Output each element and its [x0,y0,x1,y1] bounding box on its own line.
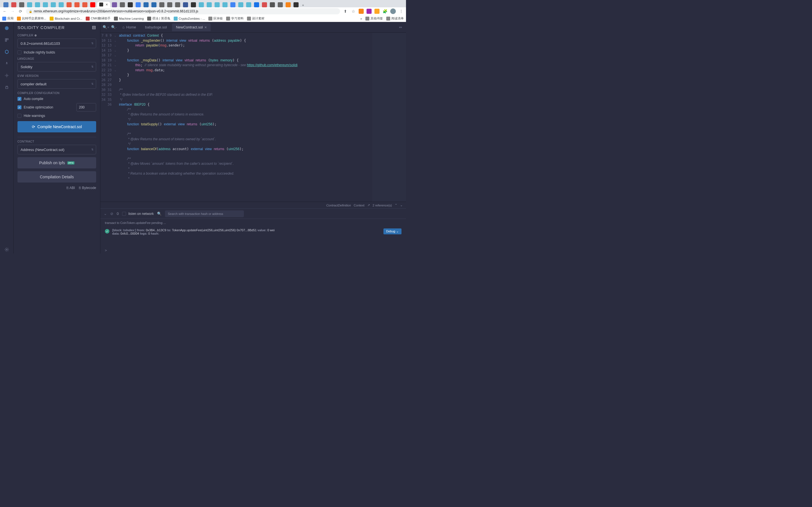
tab-favicon[interactable] [90,2,95,7]
minimap[interactable] [372,33,406,202]
menu-icon[interactable]: ⋮ [399,9,404,14]
bookmark-overflow[interactable]: » [360,17,362,20]
search-icon[interactable]: 🔍 [157,212,161,216]
publish-ipfs-button[interactable]: Publish on Ipfs IPFS [17,157,96,168]
debug-button[interactable]: Debug ⌄ [384,228,402,234]
star-icon[interactable]: ☆ [351,9,356,14]
bookmark-folder[interactable]: 设计素材 [247,16,264,20]
tab-favicon[interactable] [144,2,149,7]
hide-warnings-checkbox[interactable]: Hide warnings [17,114,96,118]
forward-button[interactable]: → [10,9,15,14]
tab-favicon[interactable] [294,2,299,7]
tab-favicon[interactable] [246,2,251,7]
settings-icon[interactable] [3,245,11,253]
tab-favicon[interactable] [128,2,133,7]
copy-abi-button[interactable]: ⎘ ABI [66,186,75,190]
extension-icon[interactable] [374,9,379,14]
new-tab-button[interactable]: + [302,3,304,7]
copy-bytecode-button[interactable]: ⎘ Bytecode [79,186,96,190]
bookmark-item[interactable]: 语法 | 英语兔 [147,16,170,20]
debugger-icon[interactable] [3,71,11,79]
expand-icon[interactable]: ⇔ [397,24,404,31]
tab-favicon[interactable] [151,2,156,7]
remix-logo-icon[interactable] [3,24,11,32]
listen-network-checkbox[interactable]: listen on network [122,212,154,216]
auto-compile-checkbox[interactable]: ✓ Auto compile [17,97,96,101]
tab-favicon[interactable] [231,2,236,7]
tab-favicon[interactable] [159,2,164,7]
tab-favicon[interactable] [270,2,275,7]
collapse-icon[interactable]: ⌄ [104,212,107,216]
extensions-icon[interactable]: 🧩 [382,9,388,14]
profile-avatar[interactable] [390,8,396,14]
tab-favicon[interactable] [120,2,125,7]
close-tab-icon[interactable]: × [204,25,207,30]
contract-select[interactable]: Address (NewContract.sol) [17,145,96,154]
tab-favicon[interactable] [27,2,32,7]
tab-favicon[interactable] [254,2,259,7]
plugin-icon[interactable] [3,83,11,91]
tab-favicon[interactable] [207,2,212,7]
zoom-out-icon[interactable]: 🔍- [110,24,117,31]
compilation-details-button[interactable]: Compilation Details [17,171,96,182]
other-bookmarks[interactable]: 其他书签 [365,16,383,20]
back-button[interactable]: ← [2,9,7,14]
tab-favicon[interactable] [262,2,267,7]
code-content[interactable]: abstract contract Context { function _ms… [119,33,372,202]
reading-list[interactable]: 阅读清单 [386,16,404,20]
tab-favicon[interactable] [59,2,64,7]
tab-favicon[interactable] [175,2,180,7]
tab-favicon[interactable] [238,2,243,7]
tab-favicon[interactable] [3,2,8,7]
home-tab[interactable]: ⌂ Home [118,23,140,31]
compiler-version-select[interactable]: 0.8.2+commit.661d1103 [17,39,96,48]
optimization-runs-input[interactable]: 200 [77,103,96,112]
tab-favicon[interactable] [136,2,141,7]
next-ref-icon[interactable]: ⌄ [400,203,403,207]
language-select[interactable]: Solidity [17,62,96,71]
zoom-in-icon[interactable]: 🔍+ [103,24,109,31]
tab-favicon[interactable] [199,2,204,7]
close-tab-icon[interactable]: ✕ [105,3,108,6]
evm-version-select[interactable]: compiler default [17,79,96,89]
bookmark-item[interactable]: Blockchain and Cr... [50,17,82,20]
tab-favicon[interactable] [278,2,283,7]
clear-icon[interactable]: ⊘ [110,212,113,216]
file-tab-active[interactable]: NewContract.sol × [172,23,211,31]
terminal-search-input[interactable]: Search with transaction hash or address [165,210,244,217]
bookmark-item[interactable]: CryptoZombies - ... [174,17,205,20]
prev-ref-icon[interactable]: ⌃ [395,203,397,207]
apps-bookmark[interactable]: 应用 [2,16,13,20]
tab-favicon[interactable] [74,2,80,7]
active-browser-tab[interactable]: ✕ [97,2,110,7]
transaction-entry[interactable]: ✓ [block: txIndex:] from: 0x3B4...b13C9 … [105,228,402,235]
tab-favicon[interactable] [51,2,56,7]
tab-favicon[interactable] [191,2,196,7]
compiler-icon[interactable] [3,48,11,56]
extension-icon[interactable] [366,9,371,14]
tab-favicon[interactable] [66,2,71,7]
file-explorer-icon[interactable] [3,36,11,44]
bookmark-item[interactable]: Machine Learning [114,17,144,20]
extension-icon[interactable] [359,9,364,14]
tab-favicon[interactable] [19,2,24,7]
url-bar[interactable]: 🔒 remix.ethereum.org/#optimize=true&runs… [26,8,340,14]
bookmark-folder[interactable]: 区块链 [208,16,223,20]
nightly-checkbox[interactable]: Include nightly builds [17,50,96,54]
code-editor[interactable]: 7 8 9 10 11 12 13 14 15 16 17 18 19 20 2… [100,33,406,202]
bookmark-item[interactable]: CNKI翻译助手 [86,16,110,20]
optimization-checkbox[interactable]: ✓ [17,105,21,109]
tab-favicon[interactable] [214,2,220,7]
compile-button[interactable]: ⟳ Compile NewContract.sol [17,121,96,132]
bookmark-folder[interactable]: 学习资料 [226,16,244,20]
panel-settings-icon[interactable]: ▤ [92,25,96,30]
tab-favicon[interactable] [222,2,227,7]
tab-favicon[interactable] [11,2,16,7]
terminal-prompt[interactable]: > [100,248,406,253]
goto-icon[interactable]: ↗ [367,203,370,207]
share-icon[interactable]: ⬆ [343,9,348,14]
file-tab[interactable]: babydoge.sol [141,23,171,31]
tab-favicon[interactable] [167,2,172,7]
tab-favicon[interactable] [43,2,48,7]
tab-favicon[interactable] [82,2,87,7]
